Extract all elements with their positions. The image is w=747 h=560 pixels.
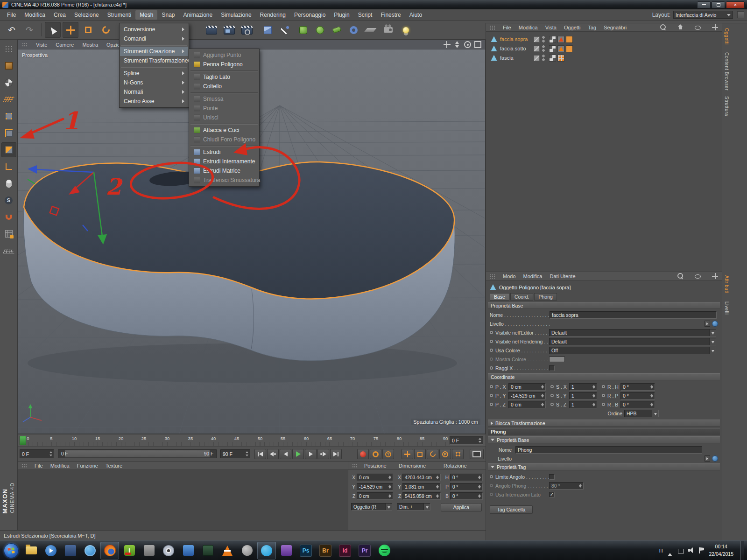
keyframe-dot-icon[interactable] [490, 340, 493, 343]
modeling-object-button[interactable] [345, 22, 361, 38]
submenu-estrudi-internamente[interactable]: Estrudi Internamente [190, 157, 259, 166]
om-menu-file[interactable]: File [503, 25, 511, 30]
layout-dropdown[interactable]: Interfaccia di Avvio [673, 11, 733, 19]
edit-enable-icon[interactable] [534, 55, 540, 61]
layout-icon[interactable] [737, 11, 744, 18]
visibility-dots-icon[interactable] [542, 35, 545, 43]
keyframe-dot-icon[interactable] [490, 475, 493, 478]
mesh-menu-normali[interactable]: Normali [120, 87, 188, 97]
polygon-selection-tag-icon[interactable] [557, 45, 564, 52]
attr-menu-modo[interactable]: Modo [503, 273, 516, 279]
mesh-menu-strumenti-trasformazione[interactable]: Strumenti Trasformazione [120, 56, 188, 65]
taskbar-firefox[interactable] [100, 542, 119, 560]
pz-field[interactable]: 0 cm [508, 401, 546, 408]
add-icon[interactable] [712, 273, 718, 279]
taskbar-bridge[interactable]: Br [316, 542, 335, 560]
taskbar-green-app[interactable] [120, 542, 139, 560]
position-z-field[interactable]: 0 cm [357, 492, 393, 500]
viewport-pan-icon[interactable] [444, 41, 451, 48]
simulation-button[interactable] [329, 22, 345, 38]
taskbar-clock[interactable]: 00:14 22/04/2015 [709, 543, 733, 558]
object-row-faccia-sopra[interactable]: faccia sopra [486, 35, 721, 44]
axis-mode-button[interactable] [1, 159, 16, 174]
points-mode-button[interactable] [1, 109, 16, 124]
section-proprieta-tag[interactable]: Proprietà Tag [488, 463, 720, 470]
section-phong-proprieta-base[interactable]: Proprietà Base [488, 436, 720, 443]
next-frame-button[interactable] [305, 449, 317, 459]
home-icon[interactable] [677, 24, 684, 30]
keyframe-dot-icon[interactable] [490, 403, 493, 406]
materials-menu-texture[interactable]: Texture [106, 463, 122, 469]
globe-icon[interactable] [712, 321, 718, 327]
section-coordinate[interactable]: Coordinate [488, 373, 720, 380]
materials-menu-funzione[interactable]: Funzione [77, 463, 98, 469]
keyframe-dot-icon[interactable] [490, 484, 493, 487]
taskbar-disc-burner[interactable] [159, 542, 178, 560]
timeline-playhead[interactable] [20, 436, 26, 445]
menu-selezione[interactable]: Selezione [70, 10, 103, 20]
floor-button[interactable] [362, 22, 378, 38]
texture-mode-button[interactable] [1, 75, 16, 90]
submenu-chiudi-foro-poligono[interactable]: Chiudi Foro Poligono [190, 135, 259, 144]
angolo-phong-field[interactable]: 80 ° [549, 482, 584, 490]
viewport-menu-camere[interactable]: Camere [56, 42, 74, 48]
taskbar-spotify[interactable] [375, 542, 394, 560]
visibile-editor-dropdown[interactable]: Default [549, 329, 716, 336]
rotate-button[interactable] [98, 22, 114, 38]
keyframe-dot-icon[interactable] [490, 366, 493, 370]
om-menu-modifica[interactable]: Modifica [519, 25, 538, 30]
play-button[interactable] [292, 449, 304, 459]
redo-button[interactable]: ↷ [21, 22, 37, 38]
action-center-icon[interactable] [698, 547, 705, 553]
menu-mesh[interactable]: Mesh [135, 10, 157, 20]
object-row-faccia-sotto[interactable]: faccia sotto [486, 44, 721, 53]
search-icon[interactable] [677, 273, 684, 279]
lock-workplane-button[interactable] [1, 226, 16, 241]
viewport-menu-mostra[interactable]: Mostra [82, 42, 98, 48]
keyframe-dot-icon[interactable] [490, 493, 493, 496]
workplane-mode-button[interactable] [1, 92, 16, 107]
apply-button[interactable]: Applica [441, 503, 482, 511]
timeline-panel-button[interactable] [470, 449, 484, 459]
tab-struttura[interactable]: Struttura [724, 96, 729, 116]
mesh-menu-comandi[interactable]: Comandi [120, 34, 188, 43]
menu-modifica[interactable]: Modifica [20, 10, 49, 20]
keyframe-dot-icon[interactable] [550, 385, 554, 388]
tab-content-browser[interactable]: Content Browser [724, 52, 729, 91]
autokey-button[interactable] [370, 449, 381, 459]
language-indicator[interactable]: IT [659, 548, 664, 553]
minimize-button[interactable] [697, 1, 711, 8]
next-key-button[interactable] [317, 449, 329, 459]
tab-oggetti[interactable]: Oggetti [724, 28, 729, 45]
rotation-p-field[interactable]: 0 ° [450, 483, 483, 490]
keyframe-dot-icon[interactable] [490, 385, 493, 388]
keyframe-dot-icon[interactable] [490, 349, 493, 352]
tab-base[interactable]: Base [490, 293, 509, 301]
current-frame-field[interactable]: 0 F [450, 436, 483, 445]
usa-interruzioni-checkbox[interactable] [549, 492, 555, 497]
submenu-trasferisci-smussatura[interactable]: Trasferisci Smussatura [190, 175, 259, 185]
submenu-coltello[interactable]: Coltello [190, 82, 259, 91]
show-desktop-button[interactable] [740, 541, 744, 560]
section-blocca-trasformazione[interactable]: Blocca Trasformazione [488, 420, 720, 427]
menu-simulazione[interactable]: Simulazione [217, 10, 255, 20]
grip-handle[interactable] [352, 463, 358, 468]
nome-field[interactable]: faccia sopra [550, 311, 717, 319]
grip-handle[interactable] [490, 25, 495, 30]
taskbar-indesign[interactable]: Id [336, 542, 354, 560]
sy-field[interactable]: 1 [569, 392, 597, 399]
py-field[interactable]: -14.529 cm [508, 392, 546, 399]
polygon-selection-tag-icon[interactable] [557, 36, 564, 43]
grip-handle[interactable] [490, 274, 495, 279]
record-parameter-toggle[interactable] [439, 449, 451, 459]
om-menu-tag[interactable]: Tag [588, 25, 596, 30]
object-row-fascia[interactable]: fascia [486, 53, 721, 63]
primitive-cube-button[interactable] [260, 22, 275, 38]
visibility-dots-icon[interactable] [542, 54, 545, 62]
deformer-button[interactable] [312, 22, 328, 38]
record-rotation-toggle[interactable] [427, 449, 438, 459]
color-swatch[interactable] [549, 357, 565, 362]
layer-picker-button[interactable] [705, 455, 710, 462]
viewport-orbit-icon[interactable] [464, 41, 471, 48]
submenu-estrudi[interactable]: Estrudi [190, 147, 259, 157]
